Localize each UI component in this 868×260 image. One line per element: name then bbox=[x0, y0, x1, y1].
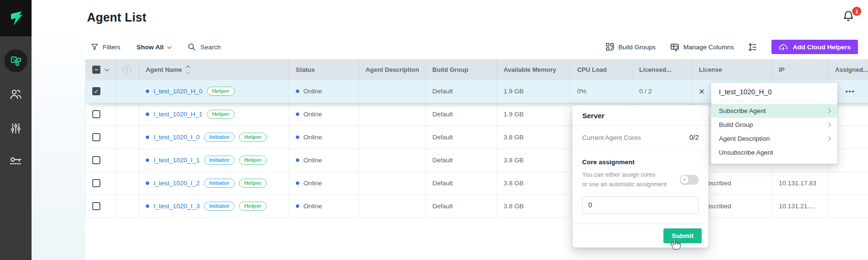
agent-name-link[interactable]: I_test_1020_I_2 bbox=[153, 180, 200, 187]
cell-agent-name: I_test_1020_I_0InitiatorHelper bbox=[139, 126, 289, 148]
submit-button[interactable]: Submit bbox=[663, 228, 702, 243]
column-header-6: Available Memory bbox=[497, 59, 571, 80]
agent-online-dot bbox=[146, 181, 149, 185]
cell-status: Online bbox=[289, 80, 359, 102]
badge-initiator: Initiator bbox=[204, 202, 235, 211]
column-label: Available Memory bbox=[504, 66, 556, 73]
submenu-chevron-icon bbox=[826, 136, 831, 141]
cell-description bbox=[359, 149, 426, 171]
incredibuild-logo-icon bbox=[6, 9, 25, 28]
menu-item-label: Agent Description bbox=[719, 135, 770, 142]
cell-alert bbox=[116, 195, 139, 217]
select-options-chevron-icon[interactable] bbox=[105, 67, 109, 71]
cell-select: ✓ bbox=[86, 80, 116, 102]
sidebar-item-agents[interactable] bbox=[4, 49, 27, 72]
row-checkbox[interactable] bbox=[92, 202, 100, 210]
column-label: Status bbox=[296, 66, 315, 73]
cell-memory: 3.8 GB bbox=[497, 172, 571, 194]
filters-button[interactable]: Filters bbox=[91, 43, 120, 51]
menu-item-subscribe-agent[interactable]: Subscribe Agent bbox=[711, 104, 837, 118]
column-header-4: Agent Description bbox=[359, 59, 426, 80]
row-checkbox[interactable]: ✓ bbox=[92, 87, 100, 95]
cores-input[interactable] bbox=[582, 196, 699, 214]
agent-online-dot bbox=[146, 113, 149, 116]
sidebar-item-settings[interactable] bbox=[4, 117, 27, 140]
status-dot bbox=[296, 90, 299, 93]
sidebar-item-users[interactable] bbox=[4, 83, 27, 106]
notifications-bell[interactable]: 1 bbox=[841, 9, 860, 28]
agent-context-menu: I_test_1020_H_0 Subscribe AgentBuild Gro… bbox=[711, 83, 837, 164]
column-header-0: − bbox=[86, 59, 116, 80]
manage-columns-icon bbox=[670, 43, 679, 52]
column-label: CPU Load bbox=[577, 66, 607, 73]
add-cloud-helpers-label: Add Cloud Helpers bbox=[792, 44, 851, 51]
search-icon bbox=[187, 43, 196, 51]
status-text: Online bbox=[304, 203, 322, 210]
page-title: Agent List bbox=[87, 11, 146, 24]
users-icon bbox=[9, 88, 22, 101]
cell-agent-name: I_test_1020_I_1InitiatorHelper bbox=[139, 149, 289, 171]
cell-build-group: Default bbox=[426, 80, 497, 102]
core-assignment-popup: Server Current Agent Cores 0/2 Core assi… bbox=[573, 105, 708, 248]
menu-item-build-group[interactable]: Build Group bbox=[711, 118, 837, 132]
incredibuild-logo[interactable] bbox=[0, 0, 32, 36]
agents-network-icon bbox=[10, 55, 22, 67]
show-filter-dropdown[interactable]: Show All bbox=[137, 44, 172, 51]
row-height-sort-icon bbox=[748, 43, 757, 52]
cell-agent-name: I_test_1020_I_2InitiatorHelper bbox=[139, 172, 289, 194]
cell-memory: 3.8 GB bbox=[497, 149, 571, 171]
add-cloud-helpers-button[interactable]: Add Cloud Helpers bbox=[771, 40, 858, 54]
column-header-8: Licensed... bbox=[632, 59, 692, 80]
menu-item-agent-description[interactable]: Agent Description bbox=[711, 132, 837, 146]
agent-name-link[interactable]: I_test_1020_I_3 bbox=[153, 203, 200, 210]
sidebar-item-license[interactable] bbox=[4, 150, 27, 173]
cell-select bbox=[86, 126, 116, 148]
badge-helper: Helper bbox=[239, 133, 267, 142]
popup-footer: Submit bbox=[573, 224, 708, 248]
cell-build-group: Default bbox=[426, 103, 497, 125]
badge-initiator: Initiator bbox=[204, 156, 235, 165]
menu-item-unsubscribe-agent[interactable]: Unsubscribe Agent bbox=[711, 146, 837, 159]
notification-badge: 1 bbox=[852, 7, 861, 16]
agent-list-page: Agent List 1 Filters Show All Search bbox=[0, 0, 868, 260]
agent-name-link[interactable]: I_test_1020_I_0 bbox=[153, 134, 200, 141]
column-label: IP bbox=[779, 66, 784, 73]
sidebar-gutter bbox=[32, 36, 85, 260]
row-checkbox[interactable] bbox=[92, 133, 100, 141]
search-button[interactable]: Search bbox=[187, 43, 221, 51]
badge-helper: Helper bbox=[239, 179, 267, 188]
agent-name-link[interactable]: I_test_1020_H_1 bbox=[153, 111, 203, 118]
row-height-button[interactable] bbox=[748, 43, 757, 52]
cell-cpu-load: 0% bbox=[570, 80, 632, 102]
search-label: Search bbox=[200, 44, 221, 51]
cell-status: Online bbox=[289, 172, 359, 194]
row-checkbox[interactable] bbox=[92, 179, 100, 187]
row-checkbox[interactable] bbox=[92, 110, 100, 118]
context-menu-items: Subscribe AgentBuild GroupAgent Descript… bbox=[711, 104, 837, 159]
submenu-chevron-icon bbox=[826, 109, 831, 113]
row-actions-kebab-icon[interactable]: ••• bbox=[846, 88, 855, 95]
sort-agent-name-icon[interactable] bbox=[186, 66, 189, 73]
current-cores-value: 0/2 bbox=[690, 134, 699, 141]
status-dot bbox=[296, 181, 299, 185]
column-header-1: ! bbox=[116, 59, 139, 80]
core-assignment-description: You can either assign cores or use an au… bbox=[582, 170, 667, 189]
automatic-assignment-toggle[interactable]: ✕ bbox=[680, 175, 699, 185]
menu-item-label: Subscribe Agent bbox=[719, 107, 766, 114]
close-popup-icon[interactable]: × bbox=[699, 87, 705, 96]
badge-helper: Helper bbox=[239, 156, 267, 165]
sliders-icon bbox=[10, 122, 22, 135]
build-groups-button[interactable]: Build Groups bbox=[606, 43, 656, 51]
select-all-checkbox[interactable]: − bbox=[92, 66, 100, 74]
key-icon bbox=[9, 155, 22, 169]
toolbar-right: Build Groups Manage Columns Add Cloud He… bbox=[606, 38, 858, 56]
row-checkbox[interactable] bbox=[92, 156, 100, 164]
chevron-down-icon bbox=[167, 44, 172, 49]
agent-name-link[interactable]: I_test_1020_H_0 bbox=[153, 88, 203, 95]
cell-build-group: Default bbox=[426, 149, 497, 171]
manage-columns-label: Manage Columns bbox=[684, 44, 734, 51]
cell-agent-name: I_test_1020_H_1Helper bbox=[139, 103, 289, 125]
cell-build-group: Default bbox=[426, 195, 497, 217]
agent-name-link[interactable]: I_test_1020_I_1 bbox=[153, 157, 200, 164]
manage-columns-button[interactable]: Manage Columns bbox=[670, 43, 734, 52]
